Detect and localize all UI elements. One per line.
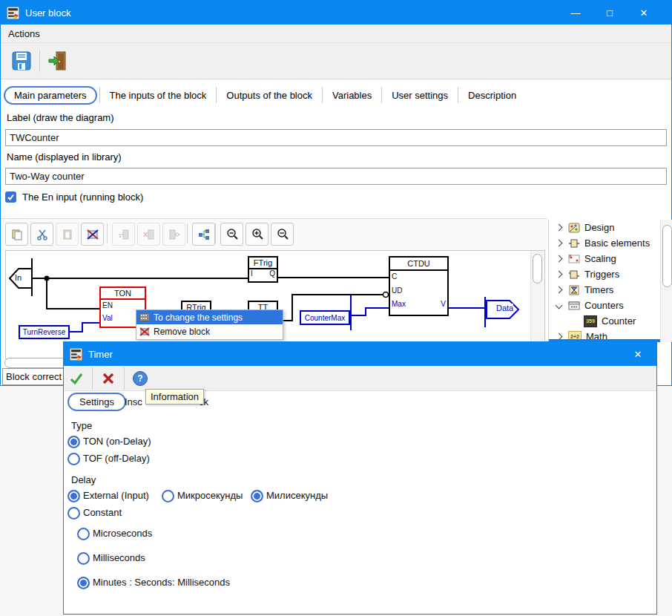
tab-variables[interactable]: Variables xyxy=(325,87,379,104)
radio-tof-label[interactable]: TOF (off-Delay) xyxy=(83,453,150,464)
library-tree: Design Basic elements Scaling Triggers T… xyxy=(548,220,661,342)
window-title: User block xyxy=(25,7,70,19)
timer-tab-inscriptions-prefix[interactable]: Insc xyxy=(125,396,142,407)
app-icon xyxy=(70,348,82,361)
tree-item-timers[interactable]: Timers xyxy=(549,282,661,298)
ftrig-block[interactable]: FTrig I Q xyxy=(248,256,278,283)
context-menu: To change the settings Remove block xyxy=(136,309,283,340)
menu-actions[interactable]: Actions xyxy=(1,24,47,42)
radio-milliseconds[interactable] xyxy=(77,552,90,565)
close-button[interactable]: ✕ xyxy=(627,1,661,24)
remove-input-button[interactable] xyxy=(137,223,160,246)
tree-item-basic-elements[interactable]: Basic elements xyxy=(549,235,661,251)
en-input-label: The En input (running block) xyxy=(22,191,143,203)
timer-dialog: Timer ✕ ? Settings Insc ck Information T… xyxy=(63,341,657,615)
check-icon xyxy=(7,193,15,201)
app-icon xyxy=(7,7,19,19)
timers-icon xyxy=(568,285,580,295)
tree-item-counters[interactable]: Counters xyxy=(549,298,661,313)
add-input-button[interactable] xyxy=(112,223,135,246)
tab-user-settings[interactable]: User settings xyxy=(384,87,455,104)
minimize-button[interactable]: — xyxy=(559,1,593,24)
help-button[interactable]: ? xyxy=(128,371,153,386)
data-connector-label[interactable]: Data xyxy=(496,304,513,312)
exit-door-icon xyxy=(47,50,69,72)
ok-check-icon xyxy=(69,372,84,385)
name-input[interactable]: Two-Way counter xyxy=(5,168,667,185)
en-input-checkbox[interactable] xyxy=(5,191,16,203)
radio-microseconds[interactable] xyxy=(77,528,90,540)
chevron-right-icon[interactable] xyxy=(556,271,563,278)
basic-elements-icon xyxy=(568,238,580,249)
radio-external-label[interactable]: External (Input) xyxy=(83,490,149,501)
tree-item-scaling[interactable]: Scaling xyxy=(549,251,661,266)
radio-min-sec-ms[interactable] xyxy=(77,577,90,589)
radio-milliseconds-label[interactable]: Milliseconds xyxy=(93,552,145,563)
settings-grid-icon xyxy=(139,313,150,321)
timer-tab-settings[interactable]: Settings xyxy=(67,393,126,411)
menu-remove-block[interactable]: Remove block xyxy=(136,324,283,338)
tree-item-design[interactable]: Design xyxy=(549,220,661,235)
paste-button[interactable] xyxy=(56,223,79,246)
radio-min-sec-ms-label[interactable]: Minutes : Seconds: Milliseconds xyxy=(93,577,230,588)
radio-constant-label[interactable]: Constant xyxy=(83,507,122,518)
exit-button[interactable] xyxy=(43,46,73,76)
ctdu-block[interactable]: CTDU C UD Max V xyxy=(389,256,449,316)
tree-scroll-thumb[interactable] xyxy=(662,225,672,287)
radio-tof[interactable] xyxy=(67,453,80,465)
zoom-out-button[interactable] xyxy=(220,223,243,246)
timer-titlebar: Timer ✕ xyxy=(64,342,656,366)
zoom-reset-button[interactable] xyxy=(271,223,294,246)
radio-external[interactable] xyxy=(67,490,80,502)
radio-millisec-ru-label[interactable]: Милисекунды xyxy=(266,490,328,501)
label-input[interactable]: TWCounter xyxy=(5,129,667,146)
chevron-down-icon[interactable] xyxy=(556,302,563,309)
zoom-in-button[interactable] xyxy=(246,223,269,246)
maximize-button[interactable]: □ xyxy=(593,1,627,24)
countermax-block[interactable]: CounterMax xyxy=(300,310,350,325)
copy-button[interactable] xyxy=(5,223,28,246)
main-tabbar: Main parameters The inputs of the block … xyxy=(4,84,524,106)
label-caption: Label (draw the diagram) xyxy=(7,112,114,123)
radio-microsec-ru[interactable] xyxy=(162,490,174,502)
chevron-right-icon[interactable] xyxy=(556,224,563,232)
radio-microseconds-label[interactable]: Microseconds xyxy=(93,528,152,539)
turnreverse-block[interactable]: TurnReverse xyxy=(19,325,70,339)
in-connector-label[interactable]: In xyxy=(15,273,22,282)
type-group-label: Type xyxy=(71,420,92,431)
radio-microsec-ru-label[interactable]: Микросекунды xyxy=(177,490,243,501)
chevron-right-icon[interactable] xyxy=(556,240,563,247)
tab-inputs[interactable]: The inputs of the block xyxy=(102,87,214,104)
radio-ton-label[interactable]: TON (on-Delay) xyxy=(83,436,151,447)
tree-item-counter[interactable]: 359 Counter xyxy=(549,313,661,329)
cut-button[interactable] xyxy=(30,223,53,246)
user-block-window: User block — □ ✕ Actions xyxy=(0,0,672,386)
timer-title: Timer xyxy=(88,349,113,360)
main-toolbar xyxy=(1,43,671,79)
structure-button[interactable] xyxy=(192,223,215,246)
design-icon xyxy=(568,223,580,233)
cancel-cross-icon xyxy=(102,372,115,385)
remove-block-icon xyxy=(139,327,150,336)
toggle-port-button[interactable] xyxy=(162,223,185,246)
menu-bar: Actions xyxy=(1,24,671,43)
save-button[interactable] xyxy=(7,46,36,76)
menu-change-settings[interactable]: To change the settings xyxy=(136,310,283,324)
chevron-right-icon[interactable] xyxy=(556,255,563,263)
cancel-button[interactable] xyxy=(96,372,121,385)
information-tooltip: Information xyxy=(145,389,204,404)
tree-scrollbar[interactable] xyxy=(660,220,672,342)
radio-constant[interactable] xyxy=(67,507,80,520)
titlebar: User block — □ ✕ xyxy=(1,1,671,24)
radio-ton[interactable] xyxy=(67,436,80,448)
tab-outputs[interactable]: Outputs of the block xyxy=(219,87,320,104)
tree-item-triggers[interactable]: Triggers xyxy=(549,266,661,282)
delete-block-button[interactable] xyxy=(81,223,104,246)
radio-millisec-ru[interactable] xyxy=(251,490,263,502)
tab-main-parameters[interactable]: Main parameters xyxy=(4,86,97,105)
name-caption: Name (displayed in library) xyxy=(7,151,122,163)
tab-description[interactable]: Description xyxy=(461,87,524,104)
chevron-right-icon[interactable] xyxy=(556,286,563,294)
timer-close-button[interactable]: ✕ xyxy=(621,342,655,366)
ok-button[interactable] xyxy=(64,372,89,385)
